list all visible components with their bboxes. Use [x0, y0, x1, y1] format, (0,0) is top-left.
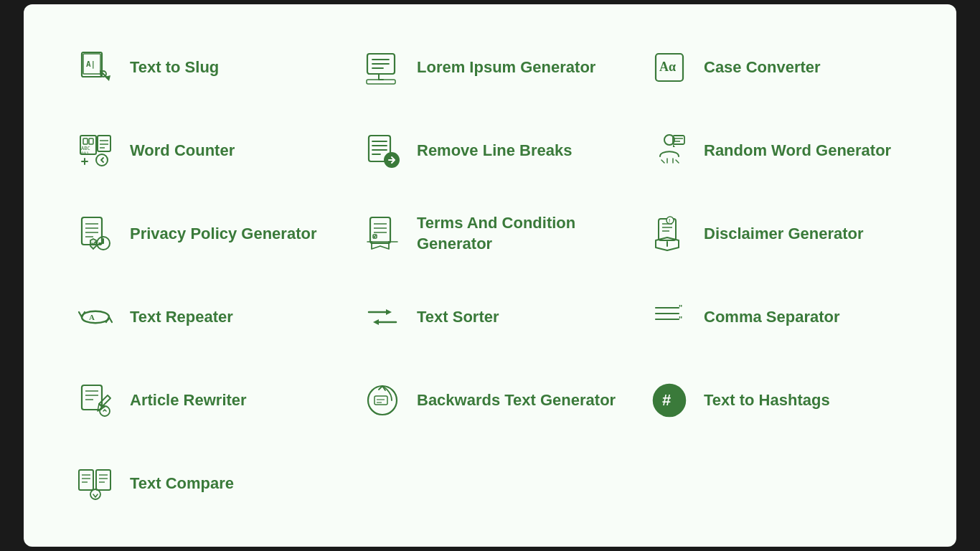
tool-backwards-text-label: Backwards Text Generator	[417, 390, 616, 411]
tool-remove-line-breaks-label: Remove Line Breaks	[417, 141, 572, 161]
tool-text-repeater[interactable]: A Text Repeater	[60, 276, 347, 359]
word-counter-icon: ABC 001	[74, 129, 117, 172]
tool-terms-condition-label: Terms And Condition Generator	[417, 213, 619, 254]
tool-lorem-ipsum[interactable]: Lorem Ipsum Generator	[347, 26, 633, 109]
case-converter-icon: Aα	[648, 46, 691, 89]
tool-case-converter[interactable]: Aα Case Converter	[633, 26, 920, 109]
svg-text:Aα: Aα	[659, 60, 676, 74]
tool-random-word[interactable]: Random Word Generator	[633, 109, 920, 192]
svg-text:A|: A|	[86, 60, 95, 69]
text-hashtags-icon: #	[648, 379, 691, 422]
tool-privacy-policy[interactable]: Privacy Policy Generator	[60, 192, 347, 276]
tool-article-rewriter[interactable]: Article Rewriter	[60, 359, 347, 442]
tool-comma-separator[interactable]: " " Comma Separator	[633, 276, 920, 359]
svg-point-75	[90, 489, 100, 499]
tool-text-hashtags[interactable]: # Text to Hashtags	[633, 359, 920, 442]
svg-text:": "	[679, 315, 682, 324]
svg-point-61	[368, 386, 397, 415]
text-repeater-icon: A	[74, 296, 117, 339]
tool-text-sorter[interactable]: Text Sorter	[347, 276, 633, 359]
tool-word-counter-label: Word Counter	[130, 141, 235, 161]
tool-case-converter-label: Case Converter	[704, 57, 821, 78]
lorem-ipsum-icon	[361, 46, 404, 89]
comma-separator-icon: " "	[648, 296, 691, 339]
svg-rect-17	[98, 136, 110, 151]
random-word-icon	[648, 129, 691, 172]
svg-rect-71	[96, 470, 110, 490]
svg-text:#: #	[662, 391, 671, 409]
tool-text-hashtags-label: Text to Hashtags	[704, 390, 830, 411]
tool-word-counter[interactable]: ABC 001 Word Counter	[60, 109, 347, 192]
tool-privacy-policy-label: Privacy Policy Generator	[130, 224, 316, 245]
svg-text:!: !	[669, 218, 670, 223]
svg-point-60	[100, 406, 110, 416]
tool-disclaimer-label: Disclaimer Generator	[704, 224, 864, 245]
tool-text-repeater-label: Text Repeater	[130, 307, 233, 328]
tools-grid: A| Text to Slug Lorem Ipsum Generator	[24, 4, 956, 547]
terms-condition-icon	[361, 212, 404, 255]
text-compare-icon	[74, 462, 117, 505]
remove-line-breaks-icon	[361, 129, 404, 172]
backwards-text-icon	[361, 379, 404, 422]
tool-text-to-slug-label: Text to Slug	[130, 57, 219, 78]
tool-lorem-ipsum-label: Lorem Ipsum Generator	[417, 57, 595, 78]
article-rewriter-icon	[74, 379, 117, 422]
svg-rect-67	[79, 470, 93, 490]
empty-slot-2	[633, 442, 920, 525]
tool-text-to-slug[interactable]: A| Text to Slug	[60, 26, 347, 109]
tool-disclaimer[interactable]: ! Disclaimer Generator	[633, 192, 920, 276]
disclaimer-icon: !	[648, 212, 691, 255]
svg-rect-14	[89, 138, 93, 144]
svg-rect-38	[370, 217, 390, 243]
tool-article-rewriter-label: Article Rewriter	[130, 390, 247, 411]
privacy-policy-icon	[74, 212, 117, 255]
tool-remove-line-breaks[interactable]: Remove Line Breaks	[347, 109, 633, 192]
text-to-slug-icon: A|	[74, 46, 117, 89]
text-sorter-icon	[361, 296, 404, 339]
svg-text:001: 001	[81, 151, 89, 156]
tool-terms-condition[interactable]: Terms And Condition Generator	[347, 192, 633, 276]
svg-rect-13	[83, 138, 88, 144]
svg-text:": "	[679, 303, 682, 312]
empty-slot-1	[347, 442, 633, 525]
tool-comma-separator-label: Comma Separator	[704, 307, 840, 328]
tool-text-sorter-label: Text Sorter	[417, 307, 499, 328]
tool-text-compare[interactable]: Text Compare	[60, 442, 347, 525]
svg-rect-62	[374, 396, 387, 405]
tool-random-word-label: Random Word Generator	[704, 141, 891, 161]
svg-text:A: A	[89, 313, 95, 321]
tool-backwards-text[interactable]: Backwards Text Generator	[347, 359, 633, 442]
tool-text-compare-label: Text Compare	[130, 474, 234, 494]
